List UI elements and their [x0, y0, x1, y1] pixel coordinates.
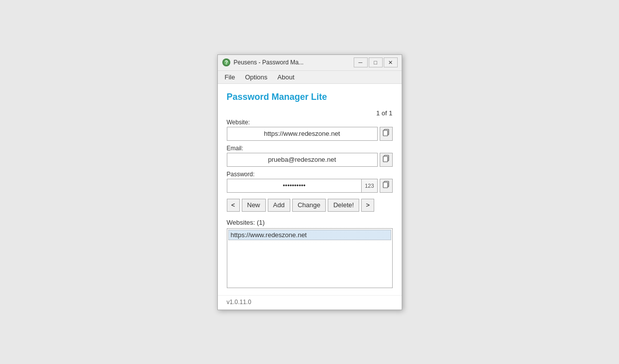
delete-button[interactable]: Delete! [328, 199, 359, 212]
svg-rect-4 [383, 130, 388, 136]
email-copy-icon [382, 155, 390, 164]
email-label: Email: [227, 145, 393, 152]
password-show-button[interactable]: 123 [361, 179, 377, 192]
version-label: v1.0.11.0 [227, 299, 251, 306]
website-row [227, 127, 393, 141]
password-field-group: Password: 123 [227, 171, 393, 193]
website-input[interactable] [227, 127, 378, 141]
menu-file[interactable]: File [220, 72, 240, 82]
maximize-button[interactable]: □ [369, 57, 383, 67]
password-input[interactable] [227, 179, 362, 192]
menu-bar: File Options About [218, 71, 402, 84]
email-input[interactable] [227, 153, 378, 167]
main-content: Password Manager Lite 1 of 1 Website: [218, 84, 402, 295]
app-icon: ? [222, 58, 231, 67]
svg-text:?: ? [224, 60, 227, 65]
password-copy-button[interactable] [380, 179, 393, 193]
prev-button[interactable]: < [227, 199, 240, 212]
app-title: Password Manager Lite [227, 92, 393, 102]
window-title: Peusens - Password Ma... [234, 59, 354, 66]
new-button[interactable]: New [242, 199, 266, 212]
password-label: Password: [227, 171, 393, 178]
menu-options[interactable]: Options [240, 72, 272, 82]
password-copy-icon [382, 181, 390, 190]
svg-rect-8 [383, 182, 388, 188]
next-button[interactable]: > [361, 199, 374, 212]
email-row [227, 153, 393, 167]
email-copy-button[interactable] [380, 153, 393, 167]
close-button[interactable]: ✕ [384, 57, 398, 67]
window-controls: ─ □ ✕ [354, 57, 398, 67]
add-button[interactable]: Add [268, 199, 290, 212]
password-input-wrapper: 123 [227, 179, 378, 193]
app-window: ? Peusens - Password Ma... ─ □ ✕ File Op… [217, 54, 402, 310]
website-copy-icon [382, 129, 390, 138]
websites-listbox[interactable]: https://www.redeszone.net [227, 228, 393, 288]
website-field-group: Website: [227, 119, 393, 141]
email-field-group: Email: [227, 145, 393, 167]
minimize-button[interactable]: ─ [354, 57, 368, 67]
websites-label: Websites: (1) [227, 219, 393, 226]
password-row: 123 [227, 179, 393, 193]
svg-rect-6 [383, 156, 388, 162]
record-counter-text: 1 of 1 [376, 109, 393, 117]
menu-about[interactable]: About [272, 72, 299, 82]
title-bar: ? Peusens - Password Ma... ─ □ ✕ [218, 55, 402, 71]
change-button[interactable]: Change [292, 199, 326, 212]
action-buttons: < New Add Change Delete! > [227, 199, 393, 212]
website-copy-button[interactable] [380, 127, 393, 141]
record-counter: 1 of 1 [227, 109, 393, 117]
websites-section: Websites: (1) https://www.redeszone.net [227, 219, 393, 288]
website-list-item[interactable]: https://www.redeszone.net [228, 230, 391, 240]
version-text: v1.0.11.0 [218, 295, 402, 310]
website-label: Website: [227, 119, 393, 126]
